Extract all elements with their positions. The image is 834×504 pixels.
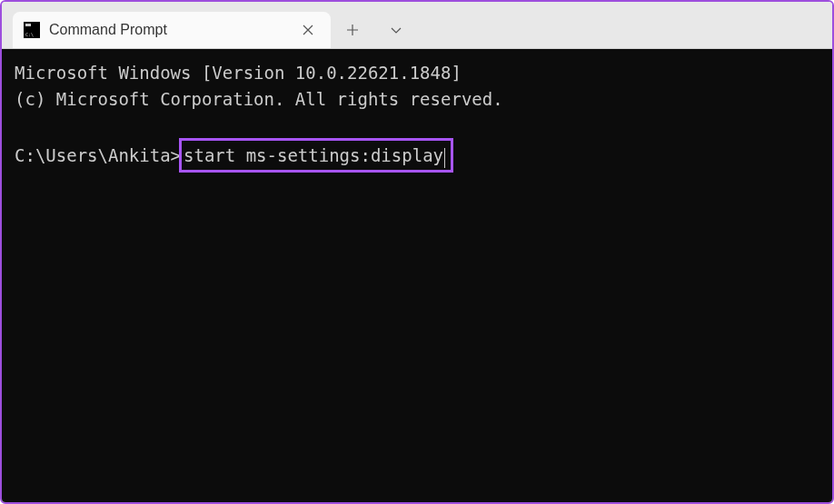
tab-close-button[interactable] <box>296 18 320 42</box>
tab-command-prompt[interactable]: Command Prompt <box>13 12 331 48</box>
command-highlight: start ms-settings:display <box>179 138 453 173</box>
close-icon <box>303 25 313 35</box>
copyright-line: (c) Microsoft Corporation. All rights re… <box>15 89 503 109</box>
cmd-icon <box>24 22 40 38</box>
terminal-output[interactable]: Microsoft Windows [Version 10.0.22621.18… <box>2 49 832 502</box>
window-frame: Command Prompt Microsoft Windows [Versio… <box>2 2 832 502</box>
version-line: Microsoft Windows [Version 10.0.22621.18… <box>15 63 462 83</box>
prompt-path: C:\Users\Ankita> <box>15 145 181 165</box>
tab-title: Command Prompt <box>49 22 287 38</box>
command-text: start ms-settings:display <box>184 145 443 165</box>
chevron-down-icon <box>390 24 402 36</box>
plus-icon <box>346 24 359 36</box>
tab-dropdown-button[interactable] <box>374 12 418 48</box>
new-tab-button[interactable] <box>331 12 374 48</box>
titlebar-actions <box>331 12 418 48</box>
titlebar: Command Prompt <box>2 2 832 49</box>
text-cursor <box>444 148 445 168</box>
